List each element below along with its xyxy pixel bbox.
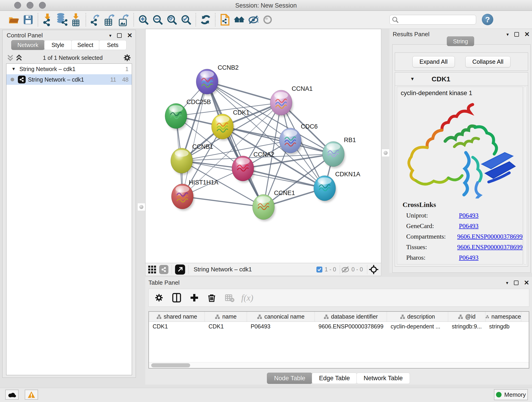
collapse-all-button[interactable]: Collapse All [465,56,511,67]
collapse-all-icon[interactable] [7,55,13,61]
new-network-from-selection-icon[interactable] [218,13,232,27]
right-splitter-grip[interactable] [382,149,389,157]
zoom-fit-icon[interactable] [165,13,179,27]
add-column-icon[interactable] [190,293,199,302]
left-splitter-grip[interactable] [138,203,145,211]
import-table-icon[interactable] [69,13,83,27]
import-network-icon[interactable] [41,13,55,27]
tab-network[interactable]: Network [11,40,45,50]
table-gear-icon[interactable] [155,293,163,302]
search-input[interactable] [399,17,467,23]
export-network-icon[interactable] [89,13,103,27]
save-session-icon[interactable] [21,13,35,27]
results-scrollbar[interactable] [524,87,526,264]
table-hscrollbar[interactable] [149,362,529,368]
table-panel-float-icon[interactable] [514,281,519,285]
selected-checkbox-icon[interactable] [317,267,322,273]
show-all-icon[interactable] [260,13,275,27]
crosslink-link[interactable]: 9606.ENSP00000378699 [457,233,523,240]
tab-edge-table[interactable]: Edge Table [312,373,357,384]
network-row[interactable]: String Network – cdk1 11 48 [6,74,132,85]
function-builder-icon[interactable]: f(x) [241,293,253,303]
cell--id[interactable]: stringdb:9... [448,322,486,331]
network-badge-icon[interactable] [159,265,168,274]
crosslink-link[interactable]: 9606.ENSP00000378699 [457,243,523,251]
hidden-eye-icon[interactable] [341,266,349,273]
network-graph[interactable]: CCNB2CCNA1CDC25BCDK1CDC6RB1CCNB1CCNA2CDK… [146,29,381,263]
column-header-database-identifier[interactable]: database identifier [315,312,387,322]
crosslink-link[interactable]: P06493 [459,222,479,230]
delete-column-icon[interactable] [207,293,216,302]
cell-canonical-name[interactable]: P06493 [247,322,315,331]
tab-sets[interactable]: Sets [99,40,127,50]
hide-selection-icon[interactable] [246,13,260,27]
export-table-icon[interactable] [103,13,117,27]
zoom-in-icon[interactable] [136,13,151,27]
edge-HIST1H1A-CCNE1[interactable] [182,196,264,207]
warning-button[interactable] [25,390,38,400]
string-results-card: Expand All Collapse All ▼ CDK1 cyclin-de… [392,45,531,273]
column-header-name[interactable]: name [205,312,247,322]
cell-shared-name[interactable]: CDK1 [149,322,205,331]
crosslink-link[interactable]: P06493 [459,212,479,219]
expand-all-icon[interactable] [16,55,22,61]
network-options-gear-icon[interactable] [123,54,131,62]
tab-style[interactable]: Style [44,40,72,50]
node-CCNE1[interactable]: CCNE1 [253,190,295,221]
node-HIST1H1A[interactable]: HIST1H1A [171,179,218,211]
zoom-selected-icon[interactable] [179,13,193,27]
title-bar: Session: New Session [0,0,532,11]
node-RB1[interactable]: RB1 [322,137,356,168]
control-panel-menu-icon[interactable]: ▾ [109,33,111,38]
expand-all-button[interactable]: Expand All [412,56,455,67]
table-panel-menu-icon[interactable]: ▾ [506,280,508,286]
node-CDKN1A[interactable]: CDKN1A [314,171,360,202]
entry-disclosure-icon[interactable]: ▼ [410,76,415,82]
birdseye-crosshair-icon[interactable] [369,265,378,274]
column-header-namespace[interactable]: namespace [486,312,521,322]
zoom-out-icon[interactable] [151,13,165,27]
memory-button[interactable]: Memory [494,389,528,400]
toolbar-search[interactable] [389,15,476,25]
show-columns-icon[interactable] [172,293,181,303]
grid-view-icon[interactable] [148,266,156,274]
tab-node-table[interactable]: Node Table [267,373,312,384]
edge-CCNB2-CCNE1[interactable] [207,82,264,207]
open-session-icon[interactable] [7,13,21,27]
node-CCNB1[interactable]: CCNB1 [171,143,213,175]
detach-view-icon[interactable] [175,264,185,274]
cell-name[interactable]: CDK1 [205,322,247,331]
export-image-icon[interactable] [117,13,131,27]
table-hscroll-thumb[interactable] [151,363,190,367]
column-header-description[interactable]: description [387,312,448,322]
results-panel-close-icon[interactable]: ✕ [525,32,530,37]
node-CDC6[interactable]: CDC6 [279,123,318,155]
tab-network-table[interactable]: Network Table [356,373,410,384]
network-canvas[interactable]: CCNB2CCNA1CDC25BCDK1CDC6RB1CCNB1CCNA2CDK… [145,29,381,263]
cloud-button[interactable] [5,390,19,400]
table-panel-close-icon[interactable]: ✕ [524,281,529,285]
network-collection-row[interactable]: ▼ String Network – cdk1 1 [6,64,132,74]
tab-string[interactable]: String [447,36,474,46]
results-panel-float-icon[interactable] [514,32,519,37]
column-header-shared-name[interactable]: shared name [149,312,205,322]
crosslink-link[interactable]: P06493 [459,254,479,261]
delete-table-icon[interactable]: ✕ [225,294,233,301]
column-header--id[interactable]: @id [448,312,486,322]
cell-description[interactable]: cyclin-dependent ... [387,322,448,331]
column-header-canonical-name[interactable]: canonical name [247,312,315,322]
control-panel-float-icon[interactable] [117,33,122,38]
table-row[interactable]: CDK1CDK1P064939606.ENSP00000378699cyclin… [149,322,529,331]
cell-namespace[interactable]: stringdb [486,322,521,331]
cell-database-identifier[interactable]: 9606.ENSP00000378699 [315,322,387,331]
help-button[interactable]: ? [482,14,493,25]
node-label-CDKN1A: CDKN1A [335,171,360,178]
import-network-database-icon[interactable] [55,13,69,27]
first-neighbors-icon[interactable] [232,13,246,27]
refresh-icon[interactable] [198,13,213,27]
tab-select[interactable]: Select [71,40,99,50]
collection-disclosure-icon[interactable]: ▼ [12,66,16,71]
network-selection-status: 1 of 1 Network selected [22,55,123,61]
control-panel-close-icon[interactable]: ✕ [127,33,133,38]
results-panel-menu-icon[interactable]: ▾ [506,32,509,37]
